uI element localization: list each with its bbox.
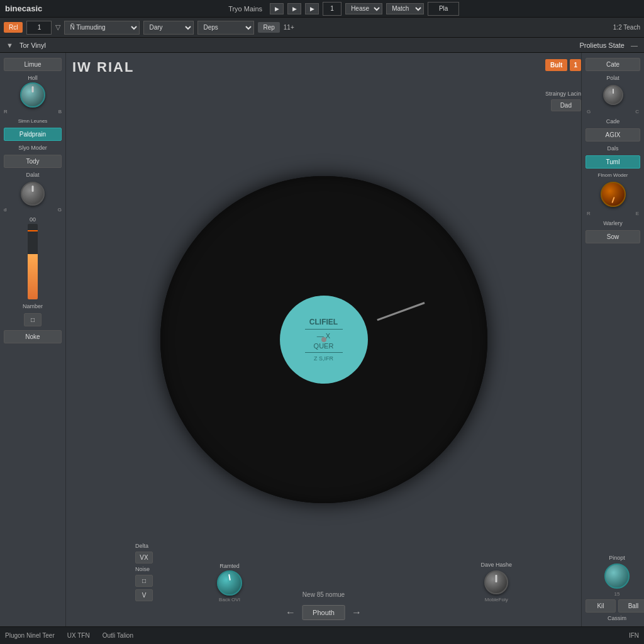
dalat-label: Dalat: [4, 172, 62, 178]
dropdown-1[interactable]: Ñ Tiumuding: [64, 21, 140, 35]
dalat-knob[interactable]: [21, 182, 45, 206]
left-panel: Limue Holl R B Slmn Leunes Paldprain Sly…: [0, 53, 66, 626]
top-bar: binecasic Tryo Mains ▶ ▶ ▶ 1 Hease Match…: [0, 0, 644, 18]
number-badge-btn[interactable]: 1: [570, 59, 581, 71]
rec-button[interactable]: Rcl: [4, 22, 23, 33]
mobile-label: MobleFoly: [485, 597, 508, 602]
status-bar: Plugon Ninel Teer UX TFN Outli Talion IF…: [0, 626, 644, 644]
knob-b-label: B: [58, 109, 62, 114]
kill-ball-btns: Kil Ball: [586, 599, 644, 613]
right-bottom-area: Pinopt 1 5 Kil Ball Cassim: [586, 555, 644, 621]
dalat-knob-container: d G: [4, 182, 62, 213]
counter-label: 11+: [284, 24, 294, 31]
cate-button[interactable]: Cate: [586, 58, 640, 71]
dave-knob[interactable]: [484, 570, 508, 594]
plugin-name-label: IW RIAL: [72, 59, 134, 75]
noise-icon-btn[interactable]: □: [135, 575, 153, 587]
pinopt-knob[interactable]: [604, 564, 630, 589]
vinyl-wrapper: CLIFIEL — X QUER Z S,IFR: [160, 176, 487, 503]
mode-select[interactable]: Hease: [345, 3, 382, 14]
knob-d-label: d: [4, 207, 6, 213]
noke-button[interactable]: Noke: [4, 330, 62, 343]
slider-fill: [28, 254, 38, 299]
stray-label: Straingy Lacin: [545, 91, 581, 97]
v-button[interactable]: V: [135, 589, 153, 601]
next-btn[interactable]: →: [352, 607, 362, 618]
slider-top-val: 00: [30, 216, 36, 223]
holl-knob-container: Holl R B: [4, 75, 62, 114]
channel-select[interactable]: Match: [386, 3, 424, 14]
phouth-button[interactable]: Phouth: [302, 605, 345, 620]
dropdown-icon: ▽: [55, 23, 60, 31]
vinyl-status-text: New 85 nomue: [303, 591, 345, 598]
stray-area: Straingy Lacin Dad: [545, 91, 581, 111]
delta-label: Delta: [135, 543, 153, 549]
vinyl-label: CLIFIEL — X QUER Z S,IFR: [280, 296, 368, 384]
vinyl-line-1: [305, 329, 343, 330]
collapse-arrow[interactable]: ▼: [6, 42, 13, 49]
vinyl-record[interactable]: CLIFIEL — X QUER Z S,IFR: [160, 176, 487, 503]
today-button[interactable]: Tody: [4, 155, 62, 168]
dad-button[interactable]: Dad: [551, 99, 581, 111]
num-input[interactable]: 1: [26, 21, 52, 35]
limit-button[interactable]: Limue: [4, 58, 62, 71]
knob-c-top: C: [635, 109, 639, 114]
number-icon-btn[interactable]: □: [24, 313, 42, 326]
plugin-title: Tor Vinyl: [19, 42, 46, 49]
dropdown-2[interactable]: Dary: [143, 21, 194, 35]
knob-r-bot: R: [587, 211, 591, 216]
pattern-button[interactable]: Paldprain: [4, 128, 62, 141]
polat-knob[interactable]: [603, 85, 623, 105]
main-content: Limue Holl R B Slmn Leunes Paldprain Sly…: [0, 53, 644, 626]
dropdown-3[interactable]: Deps: [197, 21, 254, 35]
knob-5-label: 5: [617, 591, 619, 597]
top-right-buttons: Bult 1: [545, 59, 581, 71]
status-item-3: Outli Talion: [103, 632, 133, 639]
bottom-left-controls: Delta VX Noise □ V: [135, 543, 153, 601]
loop-input[interactable]: 1: [323, 2, 341, 16]
vinyl-center-hole: [321, 337, 326, 342]
kill-button[interactable]: Kil: [586, 599, 616, 613]
flnom-knob[interactable]: [601, 182, 626, 207]
agix-button[interactable]: AGIX: [586, 128, 640, 142]
center-panel: IW RIAL Bult 1 Straingy Lacin Dad CLIFIE…: [66, 53, 581, 626]
dals-label: Dals: [586, 145, 640, 152]
ball-button[interactable]: Ball: [618, 599, 644, 613]
slrnn-label: Slmn Leunes: [4, 118, 62, 124]
title-dash: —: [631, 42, 638, 49]
rep-button[interactable]: Rep: [258, 22, 279, 33]
vx-button[interactable]: VX: [135, 552, 153, 564]
built-button[interactable]: Bult: [545, 59, 567, 71]
prev-btn[interactable]: ←: [286, 607, 296, 618]
vinyl-quer-label: QUER: [314, 342, 334, 350]
noise-label: Noise: [135, 566, 153, 572]
vinyl-bottom-nav: ← Phouth →: [286, 605, 362, 620]
slider-container: 00: [4, 216, 62, 299]
knob-g-top: G: [587, 109, 591, 114]
second-bar: Rcl 1 ▽ Ñ Tiumuding Dary Deps Rep 11+ 1:…: [0, 18, 644, 38]
holl-knob[interactable]: [20, 82, 45, 108]
warlery-label: Warlery: [586, 220, 640, 226]
holl-label: Holl: [28, 75, 38, 81]
status-item-2: UX TFN: [67, 632, 90, 639]
tuml-button[interactable]: Tuml: [586, 155, 640, 169]
play-btn-2[interactable]: ▶: [287, 3, 301, 14]
ramted-label: Ramted: [219, 563, 240, 569]
vinyl-line-2: [305, 352, 343, 353]
play-btn-1[interactable]: ▶: [270, 3, 284, 14]
pinopt-label: Pinopt: [609, 555, 625, 561]
ramted-knob[interactable]: [217, 570, 242, 596]
dave-label: Dave Hashe: [480, 562, 512, 568]
plugin-input[interactable]: Pla: [428, 2, 459, 16]
knob-e-bot: E: [636, 211, 639, 216]
v-slider[interactable]: [28, 224, 38, 299]
plugin-status: Prolietus State: [579, 42, 625, 49]
knob-g-label: G: [58, 207, 62, 213]
cassim-label: Cassim: [608, 615, 626, 621]
play-btn-3[interactable]: ▶: [305, 3, 319, 14]
ramted-area: Ramted Back OVI: [217, 563, 242, 602]
transport-controls: Tryo Mains ▶ ▶ ▶ 1 Hease Match Pla: [48, 2, 639, 16]
title-bar: ▼ Tor Vinyl Prolietus State —: [0, 38, 644, 53]
sow-button[interactable]: Sow: [586, 230, 640, 243]
right-panel: Cate Polat G C Cade AGIX Dals Tuml Flnom…: [581, 53, 644, 626]
